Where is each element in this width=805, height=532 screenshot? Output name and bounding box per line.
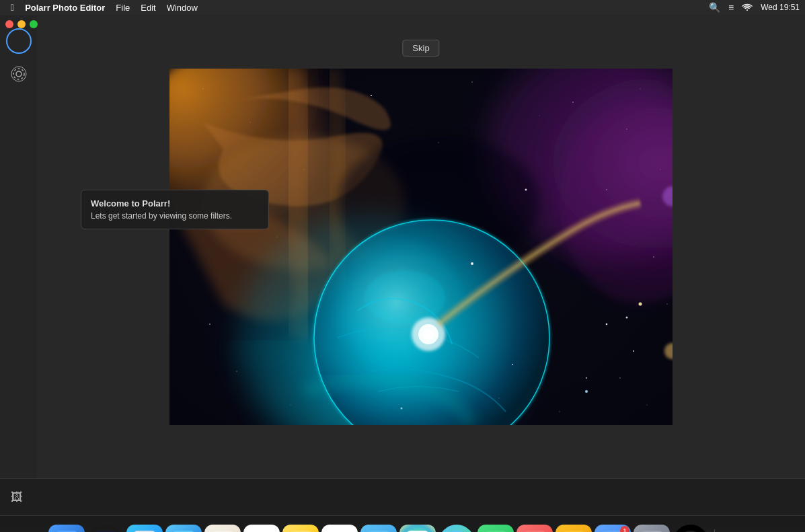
dock-trash[interactable] xyxy=(720,525,757,533)
menu-right: 🔍 ≡ Wed 19:51 xyxy=(709,2,800,13)
close-button[interactable] xyxy=(5,20,13,28)
dock-clock[interactable] xyxy=(673,525,709,533)
svg-point-27 xyxy=(209,324,210,325)
photo-area: Skip Welcome to Polarr! Lets get started… xyxy=(37,15,805,478)
dock-photos[interactable] xyxy=(399,525,436,533)
nebula-image xyxy=(169,69,673,425)
filters-button[interactable] xyxy=(6,28,32,54)
svg-point-57 xyxy=(639,302,642,305)
svg-point-49 xyxy=(365,270,445,324)
svg-point-61 xyxy=(512,364,513,365)
filmstrip-icon[interactable]: 🖼 xyxy=(11,490,23,504)
app-name: Polarr Photo Editor xyxy=(20,3,110,13)
notification-center-icon[interactable]: ≡ xyxy=(728,2,734,13)
svg-point-24 xyxy=(647,404,648,405)
spotlight-icon[interactable]: 🔍 xyxy=(709,2,720,13)
main-content: Skip Welcome to Polarr! Lets get started… xyxy=(0,15,805,478)
dock-launchpad[interactable] xyxy=(87,525,124,533)
dock: 21 JUN xyxy=(0,515,805,532)
presets-icon[interactable] xyxy=(9,65,28,83)
dock-keynote[interactable] xyxy=(360,525,397,533)
dock-facetime[interactable] xyxy=(477,525,514,533)
minimize-button[interactable] xyxy=(17,20,26,28)
dock-notes[interactable] xyxy=(282,525,319,533)
dock-books[interactable] xyxy=(555,525,592,533)
dock-appstore[interactable]: 1 xyxy=(595,525,631,533)
dock-contacts[interactable] xyxy=(204,525,241,533)
menu-file[interactable]: File xyxy=(110,3,135,13)
photo-container xyxy=(169,69,673,425)
svg-point-32 xyxy=(560,411,560,412)
dock-finder[interactable] xyxy=(48,525,85,533)
appstore-badge: 1 xyxy=(620,526,629,533)
dock-mail[interactable] xyxy=(165,525,202,533)
dock-safari[interactable] xyxy=(126,525,163,533)
dock-messages[interactable] xyxy=(438,525,475,533)
filters-button-inner xyxy=(15,38,22,44)
svg-point-55 xyxy=(471,262,473,265)
svg-point-59 xyxy=(585,390,588,393)
dock-system-preferences[interactable] xyxy=(634,525,670,533)
dock-calendar[interactable]: 21 JUN xyxy=(243,525,280,533)
svg-point-1 xyxy=(16,71,22,77)
svg-point-56 xyxy=(525,188,527,190)
menu-edit[interactable]: Edit xyxy=(135,3,161,13)
maximize-button[interactable] xyxy=(30,20,38,28)
dock-music[interactable] xyxy=(516,525,553,533)
svg-point-60 xyxy=(401,407,403,409)
sidebar xyxy=(0,15,37,478)
skip-button[interactable]: Skip xyxy=(402,40,439,56)
svg-point-22 xyxy=(633,350,634,352)
svg-point-58 xyxy=(626,316,628,318)
svg-point-25 xyxy=(606,323,608,325)
svg-point-21 xyxy=(666,303,667,304)
svg-point-2 xyxy=(13,69,24,79)
svg-point-23 xyxy=(619,377,620,378)
window-controls xyxy=(0,20,43,28)
svg-point-35 xyxy=(586,377,587,379)
filmstrip: 🖼 xyxy=(0,478,805,515)
wifi-icon[interactable] xyxy=(742,2,753,13)
dock-reminders[interactable] xyxy=(321,525,358,533)
menu-window[interactable]: Window xyxy=(161,3,203,13)
apple-menu[interactable]:  xyxy=(5,2,20,13)
menu-bar:  Polarr Photo Editor File Edit Window 🔍… xyxy=(0,0,805,15)
dock-separator xyxy=(714,529,715,533)
datetime-display: Wed 19:51 xyxy=(761,3,800,12)
svg-point-0 xyxy=(746,9,748,11)
